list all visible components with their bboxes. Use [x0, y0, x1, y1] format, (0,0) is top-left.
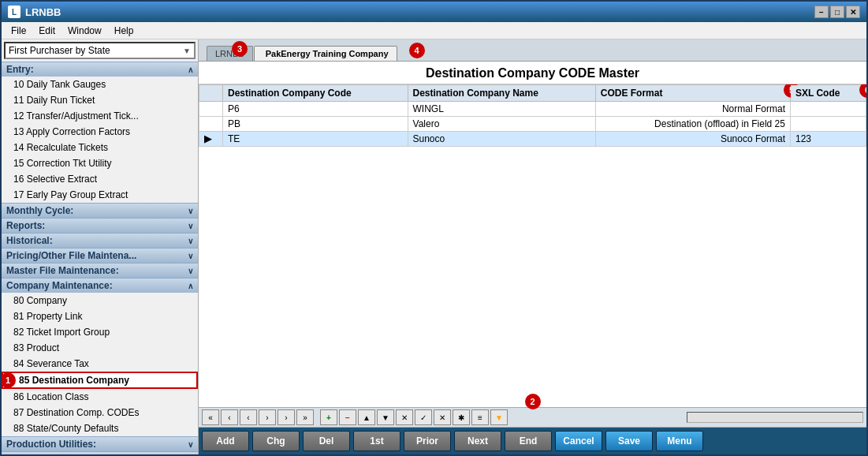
1st-button[interactable]: 1st [353, 431, 400, 451]
horizontal-scrollbar[interactable] [687, 412, 864, 423]
col-sxl-label: SXL Code [795, 88, 840, 99]
sidebar-item-88[interactable]: 88 State/County Defaults [2, 420, 198, 436]
cancel-button[interactable]: Cancel [555, 431, 602, 451]
tab-2-container: PakEnergy Training Company 4 [254, 46, 398, 61]
add-button[interactable]: Add [202, 431, 249, 451]
toolbar-next-btn[interactable]: › [278, 409, 295, 425]
toolbar-remove-btn[interactable]: − [339, 409, 356, 425]
toolbar-row: 2 « ‹ ‹ › › » + − ▲ ▼ ✕ ✓ ✕ ✱ ≡ [199, 407, 866, 428]
data-table: Destination Company Code Destination Com… [199, 84, 866, 147]
annotation-circle-2: 2 [525, 394, 541, 409]
sidebar-item-83[interactable]: 83 Product [2, 340, 198, 356]
chg-button[interactable]: Chg [252, 431, 300, 451]
toolbar-prev2-btn[interactable]: ‹ [240, 409, 257, 425]
menu-window[interactable]: Window [61, 24, 108, 38]
toolbar-clear-btn[interactable]: ✕ [434, 409, 451, 425]
sidebar-item-13[interactable]: 13 Apply Correction Factors [2, 124, 198, 140]
sidebar-item-81[interactable]: 81 Property Link [2, 308, 198, 324]
app-icon: L [8, 6, 20, 18]
toolbar-last-btn[interactable]: » [296, 409, 314, 425]
table-row[interactable]: P6 WINGL Normal Format [199, 102, 866, 117]
section-monthly-arrow: ∨ [188, 207, 193, 215]
section-production-arrow: ∨ [188, 440, 193, 449]
end-button[interactable]: End [505, 431, 552, 451]
menu-button[interactable]: Menu [656, 431, 703, 451]
sidebar-item-10[interactable]: 10 Daily Tank Gauges [2, 77, 198, 92]
chevron-down-icon: ▼ [183, 47, 191, 55]
menu-help[interactable]: Help [108, 24, 140, 38]
toolbar-filter-btn[interactable]: ▼ [490, 409, 508, 425]
toolbar-confirm-btn[interactable]: ✓ [415, 409, 432, 425]
section-reports-arrow: ∨ [188, 222, 193, 230]
sidebar-item-14[interactable]: 14 Recalculate Tickets [2, 140, 198, 155]
del-button[interactable]: Del [303, 431, 350, 451]
next-button[interactable]: Next [454, 431, 501, 451]
toolbar-add-btn[interactable]: + [320, 409, 337, 425]
sidebar-item-86[interactable]: 86 Location Class [2, 389, 198, 405]
row-format: Normal Format [595, 102, 790, 117]
menu-edit[interactable]: Edit [32, 24, 61, 38]
close-button[interactable]: ✕ [846, 6, 860, 18]
toolbar-next2-btn[interactable]: › [259, 409, 276, 425]
table-row-selected[interactable]: ▶ TE Sunoco Sunoco Format 123 [199, 132, 866, 147]
sidebar-item-85[interactable]: 85 Destination Company [2, 372, 198, 389]
save-button[interactable]: Save [605, 431, 653, 451]
row-sxl: 123 [790, 132, 866, 147]
sidebar-section-system[interactable]: System ∨ [2, 451, 198, 454]
tab-bar: 3 LRNBB PakEnergy Training Company 4 [199, 39, 866, 62]
tab-pakenergy[interactable]: PakEnergy Training Company [254, 46, 397, 61]
sidebar-item-80[interactable]: 80 Company [2, 293, 198, 308]
sidebar-item-15[interactable]: 15 Correction Tkt Utility [2, 155, 198, 171]
sidebar-section-masterfile[interactable]: Master File Maintenance: ∨ [2, 263, 198, 278]
sidebar-list: Entry: ∧ 10 Daily Tank Gauges 11 Daily R… [2, 62, 198, 454]
sidebar-dropdown[interactable]: First Purchaser by State ▼ [4, 42, 196, 59]
right-panel: 3 LRNBB PakEnergy Training Company 4 Des… [199, 39, 866, 454]
sidebar-section-historical[interactable]: Historical: ∨ [2, 233, 198, 248]
app-title: LRNBB [25, 6, 61, 18]
toolbar-up-btn[interactable]: ▲ [358, 409, 375, 425]
col-header-dest-code: Destination Company Code [223, 85, 408, 102]
col-header-sxl: SXL Code 6 [790, 85, 866, 102]
sidebar-item-85-container: 1 85 Destination Company [2, 372, 198, 389]
col-header-code [199, 85, 223, 102]
sidebar-item-11[interactable]: 11 Daily Run Ticket [2, 92, 198, 108]
sidebar-section-monthly[interactable]: Monthly Cycle: ∨ [2, 203, 198, 218]
toolbar-prev-btn[interactable]: ‹ [221, 409, 238, 425]
col-header-format: CODE Format 5 [595, 85, 790, 102]
menu-bar: File Edit Window Help [2, 22, 866, 39]
sidebar-item-82[interactable]: 82 Ticket Import Group [2, 324, 198, 340]
row-sxl [790, 117, 866, 132]
section-production-label: Production Utilities: [6, 439, 96, 450]
sidebar-section-pricing[interactable]: Pricing/Other File Maintena... ∨ [2, 248, 198, 263]
sidebar-dropdown-label: First Purchaser by State [9, 45, 110, 56]
row-arrow: ▶ [199, 132, 223, 147]
sidebar-section-production[interactable]: Production Utilities: ∨ [2, 436, 198, 451]
col-format-label: CODE Format [601, 88, 663, 99]
row-code: TE [223, 132, 408, 147]
toolbar-asterisk-btn[interactable]: ✱ [453, 409, 470, 425]
toolbar-cancel-btn[interactable]: ✕ [396, 409, 413, 425]
row-sxl [790, 102, 866, 117]
row-format: Destination (offload) in Field 25 [595, 117, 790, 132]
annotation-circle-6: 6 [859, 84, 866, 98]
prior-button[interactable]: Prior [404, 431, 451, 451]
section-company-label: Company Maintenance: [6, 280, 113, 291]
sidebar-item-87[interactable]: 87 Destination Comp. CODEs [2, 405, 198, 420]
sidebar-item-84[interactable]: 84 Severance Tax [2, 356, 198, 372]
table-row[interactable]: PB Valero Destination (offload) in Field… [199, 117, 866, 132]
sidebar-section-company[interactable]: Company Maintenance: ∧ [2, 278, 198, 293]
minimize-button[interactable]: − [814, 6, 829, 18]
toolbar-down-btn[interactable]: ▼ [377, 409, 394, 425]
menu-file[interactable]: File [5, 24, 32, 38]
restore-button[interactable]: □ [830, 6, 844, 18]
sidebar-item-16[interactable]: 16 Selective Extract [2, 171, 198, 187]
toolbar-menu-btn[interactable]: ≡ [471, 409, 489, 425]
main-window: L LRNBB − □ ✕ File Edit Window Help Firs… [0, 0, 868, 456]
row-format: Sunoco Format [595, 132, 790, 147]
section-historical-arrow: ∨ [188, 237, 193, 245]
sidebar-section-reports[interactable]: Reports: ∨ [2, 218, 198, 233]
toolbar-first-btn[interactable]: « [202, 409, 219, 425]
sidebar-section-entry[interactable]: Entry: ∧ [2, 62, 198, 77]
sidebar-item-12[interactable]: 12 Transfer/Adjustment Tick... [2, 108, 198, 124]
sidebar-item-17[interactable]: 17 Early Pay Group Extract [2, 187, 198, 203]
